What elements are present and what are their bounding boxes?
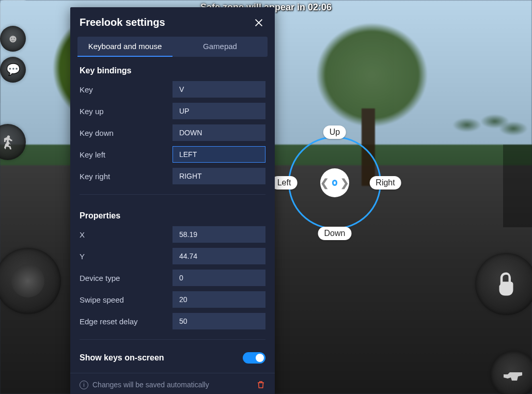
- label-y: Y: [80, 252, 173, 261]
- label-key-right: Key right: [80, 172, 173, 181]
- freelook-settings-panel: Freelook settings Keyboard and mouse Gam…: [70, 7, 275, 394]
- input-key-left[interactable]: [173, 146, 265, 163]
- close-icon[interactable]: [253, 17, 264, 28]
- freelook-center-icon[interactable]: ❮ ❯: [320, 168, 349, 197]
- freelook-right-label[interactable]: Right: [369, 176, 401, 190]
- divider: [80, 339, 265, 340]
- label-key-up: Key up: [80, 107, 173, 116]
- footer-info-text: Changes will be saved automatically: [92, 381, 209, 389]
- label-key: Key: [80, 85, 173, 94]
- toggle-show-keys[interactable]: [243, 352, 265, 364]
- label-show-keys: Show keys on-screen: [80, 353, 164, 363]
- input-key-right[interactable]: [173, 168, 265, 184]
- label-device-type: Device type: [80, 274, 173, 282]
- chat-button[interactable]: 💬: [0, 57, 26, 83]
- input-device-type[interactable]: [173, 270, 265, 286]
- freelook-left-label[interactable]: Left: [271, 176, 298, 190]
- tabs: Keyboard and mouse Gamepad: [77, 37, 268, 57]
- label-x: X: [80, 230, 173, 239]
- section-properties: Properties: [70, 202, 275, 224]
- divider: [80, 194, 265, 195]
- input-swipe-speed[interactable]: [173, 291, 265, 308]
- weapon-button[interactable]: [491, 351, 532, 394]
- attack-button[interactable]: [475, 253, 532, 315]
- emoji-button[interactable]: ☻: [0, 26, 26, 52]
- input-key-up[interactable]: [173, 103, 265, 119]
- freelook-control[interactable]: ❮ ❯ Up Down Left Right: [288, 136, 381, 229]
- label-key-left: Key left: [80, 150, 173, 159]
- label-swipe-speed: Swipe speed: [80, 295, 173, 304]
- label-key-down: Key down: [80, 129, 173, 137]
- input-key[interactable]: [173, 81, 265, 98]
- tab-gamepad[interactable]: Gamepad: [173, 37, 268, 57]
- input-y[interactable]: [173, 248, 265, 264]
- freelook-up-label[interactable]: Up: [323, 125, 346, 139]
- label-edge-reset-delay: Edge reset delay: [80, 317, 173, 326]
- section-key-bindings: Key bindings: [70, 57, 275, 78]
- input-edge-reset-delay[interactable]: [173, 313, 265, 329]
- tab-keyboard-mouse[interactable]: Keyboard and mouse: [77, 37, 173, 57]
- input-key-down[interactable]: [173, 124, 265, 141]
- panel-title: Freelook settings: [80, 17, 165, 28]
- freelook-down-label[interactable]: Down: [318, 227, 352, 240]
- trash-icon[interactable]: [256, 380, 265, 390]
- info-icon: i: [80, 381, 88, 389]
- input-x[interactable]: [173, 226, 265, 243]
- right-toolbar[interactable]: [503, 145, 532, 227]
